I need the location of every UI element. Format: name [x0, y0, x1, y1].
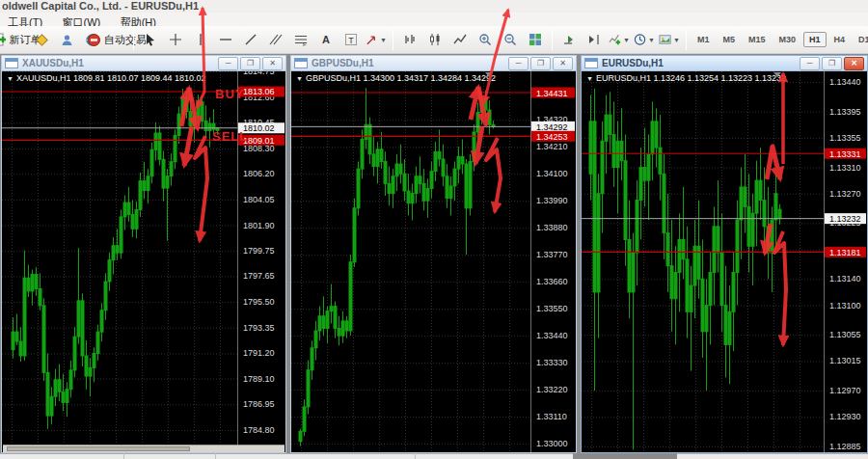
svg-text:F: F: [303, 41, 307, 47]
chart-window-xauusd[interactable]: XAUUSDu,H1 ─ ❐ ✕ 1814.751812.601810.4518…: [1, 55, 286, 453]
price-axis-label: 1.12970: [829, 386, 861, 395]
price-axis-label: 1.12930: [829, 412, 861, 421]
price-axis-label: 1.33990: [536, 196, 568, 205]
trendline-tool-icon[interactable]: [238, 29, 263, 50]
price-axis-label: 1.33330: [536, 358, 568, 367]
close-button[interactable]: ✕: [844, 57, 864, 70]
close-button[interactable]: ✕: [553, 57, 573, 70]
chart-window-gbpusd[interactable]: GBPUSDu,H1 ─ ❐ ✕ 1.343201.342101.341001.…: [290, 55, 577, 453]
chart-window-title: XAUUSDu,H1: [22, 58, 216, 68]
timeframe-m5[interactable]: M5: [718, 32, 742, 47]
restore-button[interactable]: ❐: [530, 57, 551, 70]
price-axis-label: 1.33110: [536, 412, 567, 421]
svg-text:T: T: [348, 36, 354, 45]
price-axis-label: 1.12885: [829, 442, 861, 451]
price-axis-label: 1.33660: [536, 277, 568, 286]
timeframe-m15[interactable]: M15: [743, 32, 772, 47]
zoom-in-icon[interactable]: [473, 29, 498, 50]
price-axis-label: 1799.75: [243, 246, 275, 256]
scrollbar-thumb[interactable]: [7, 446, 190, 451]
crosshair-tool-icon[interactable]: [163, 29, 188, 50]
horizontal-scrollbar[interactable]: [3, 445, 285, 452]
status-bar-segment: [677, 453, 868, 459]
status-bar-divider: [415, 453, 416, 459]
price-axis-label: 1.13015: [829, 356, 861, 365]
symbol-marker-icon: ▼: [586, 75, 593, 82]
resistance-price-label: 1.13331: [829, 149, 861, 159]
price-axis-label: 1789.10: [243, 374, 275, 384]
close-button[interactable]: ✕: [262, 57, 283, 70]
bar-chart-mode-icon[interactable]: [397, 29, 422, 50]
resistance-price-label: 1.34431: [536, 89, 568, 98]
autoscroll-icon[interactable]: [556, 29, 582, 50]
support-price-label: 1.13181: [829, 248, 861, 257]
price-axis-label: 1.34100: [536, 169, 568, 178]
toolbar-separator: [686, 29, 687, 50]
price-axis-label: 1.33550: [536, 304, 568, 313]
quote-line-eurusd: ▼EURUSDu,H1 1.13246 1.13254 1.13223 1.13…: [586, 73, 786, 83]
chart-window-icon: [5, 58, 18, 68]
price-axis-label: 1.13310: [829, 163, 861, 173]
new-order-button[interactable]: 新订单: [4, 29, 29, 50]
price-axis-label: 1795.50: [243, 297, 275, 307]
candlestick-mode-icon[interactable]: [422, 29, 448, 50]
svg-text:A: A: [322, 34, 330, 45]
toolbar-separator: [393, 29, 393, 50]
price-axis-label: 1.33770: [536, 250, 568, 259]
chevron-down-icon: ▼: [380, 37, 387, 43]
chart-window-title: GBPUSDu,H1: [312, 58, 506, 68]
current-price-label: 1.13232: [829, 214, 861, 224]
chart-window-titlebar[interactable]: XAUUSDu,H1 ─ ❐ ✕: [2, 56, 285, 71]
current-price-label: 1810.02: [243, 123, 275, 133]
timeframe-d1[interactable]: D1: [853, 32, 868, 47]
symbol-marker-icon: ▼: [296, 75, 303, 82]
price-axis-label: 1.13100: [829, 301, 861, 310]
line-chart-mode-icon[interactable]: [448, 29, 473, 50]
navigator-person-icon[interactable]: [54, 29, 79, 50]
cursor-tool-icon[interactable]: [138, 29, 163, 50]
autotrading-button[interactable]: 自动交易: [104, 29, 129, 50]
vertical-line-tool-icon[interactable]: [188, 29, 213, 50]
chart-window-eurusd[interactable]: EURUSDu,H1 ─ ❐ ✕ 1.134401.133951.133551.…: [581, 55, 868, 453]
price-chart-eurusd[interactable]: 1.134401.133951.133551.133101.132701.132…: [582, 71, 867, 452]
templates-dropdown[interactable]: ▼: [657, 29, 682, 50]
price-axis-label: 1.33000: [536, 439, 568, 448]
symbol-marker-icon: ▼: [7, 75, 14, 82]
quote-line-gbpusd: ▼GBPUSDu,H1 1.34300 1.34317 1.34284 1.34…: [296, 73, 496, 83]
price-axis-label: 1.33880: [536, 223, 568, 232]
chevron-down-icon: ▼: [623, 37, 630, 43]
chart-window-icon: [584, 58, 598, 68]
timeframe-h1[interactable]: H1: [803, 32, 827, 47]
fibonacci-tool-icon[interactable]: F: [288, 29, 313, 50]
price-axis-label: 1797.65: [243, 271, 275, 281]
price-axis-label: 1793.35: [243, 323, 275, 333]
chart-window-titlebar[interactable]: EURUSDu,H1 ─ ❐ ✕: [582, 56, 867, 71]
minimize-button[interactable]: ─: [508, 57, 529, 70]
chart-window-titlebar[interactable]: GBPUSDu,H1 ─ ❐ ✕: [291, 56, 576, 71]
price-axis-label: 1.13395: [829, 107, 861, 117]
price-chart-xauusd[interactable]: 1814.751812.601810.451808.301806.201804.…: [2, 71, 285, 452]
minimize-button[interactable]: ─: [218, 57, 238, 70]
horizontal-line-tool-icon[interactable]: [213, 29, 238, 50]
status-bar-divider: [215, 453, 216, 459]
periods-dropdown[interactable]: ▼: [632, 29, 657, 50]
timeframe-h4[interactable]: H4: [828, 32, 852, 47]
chart-shift-icon[interactable]: [582, 29, 607, 50]
text-tool-icon[interactable]: A: [313, 29, 339, 50]
text-label-tool-icon[interactable]: T: [339, 29, 364, 50]
minimize-button[interactable]: ─: [800, 57, 820, 70]
price-axis-label: 1.13440: [829, 77, 861, 87]
price-chart-gbpusd[interactable]: 1.343201.342101.341001.339901.338801.337…: [291, 71, 576, 452]
restore-button[interactable]: ❐: [822, 57, 842, 70]
equidistant-channel-tool-icon[interactable]: [263, 29, 288, 50]
main-toolbar: 新订单 自动交易: [0, 26, 868, 54]
indicators-dropdown[interactable]: ▼: [607, 29, 632, 50]
history-center-icon[interactable]: [29, 29, 54, 50]
timeframe-m1[interactable]: M1: [692, 32, 716, 47]
restore-button[interactable]: ❐: [240, 57, 260, 70]
tile-windows-icon[interactable]: [523, 29, 548, 50]
zoom-out-icon[interactable]: [498, 29, 523, 50]
arrows-dropdown[interactable]: ▼: [364, 29, 389, 50]
timeframe-m30[interactable]: M30: [773, 32, 802, 47]
menu-bar: 工具(T) 窗口(W) 帮助(H): [0, 13, 868, 26]
